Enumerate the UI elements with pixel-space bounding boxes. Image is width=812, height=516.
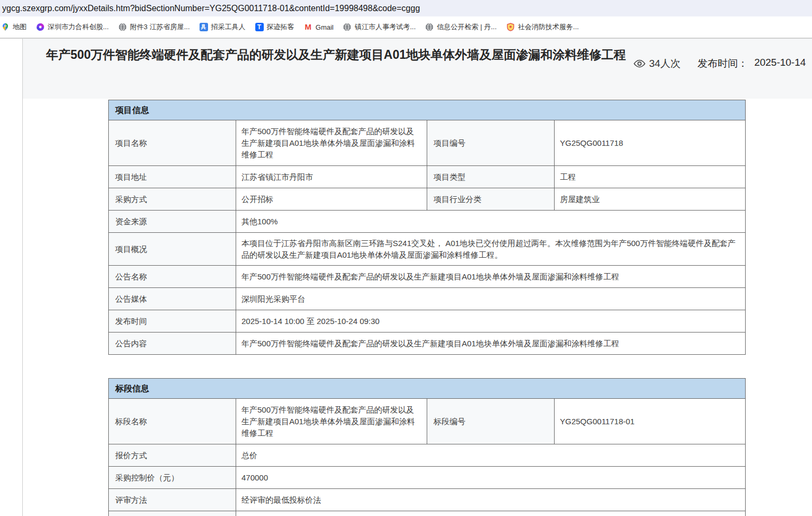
page-title: 年产500万件智能终端硬件及配套产品的研发以及生产新建项目A01地块单体外墙及屋… <box>23 44 633 65</box>
table-row: 采购方式 公开招标 项目行业分类 房屋建筑业 <box>109 188 746 211</box>
table-row: 采购控制价（元） 470000 <box>109 467 746 489</box>
field-value: 其他100% <box>236 211 746 233</box>
table-row: 公告名称 年产500万件智能终端硬件及配套产品的研发以及生产新建项目A01地块单… <box>109 266 746 288</box>
field-value: YG25QG0011718-01 <box>555 399 746 444</box>
field-label: 项目行业分类 <box>427 188 555 211</box>
field-value: 年产500万件智能终端硬件及配套产品的研发以及生产新建项目A01地块单体外墙及屋… <box>236 120 427 166</box>
bookmark-fire-service[interactable]: 社会消防技术服务... <box>506 22 579 32</box>
gmail-icon: M <box>304 23 313 31</box>
field-label: 报价方式 <box>109 444 236 467</box>
field-value: 2025-10-14 10:00 至 2025-10-24 09:30 <box>236 310 746 333</box>
circle-logo-icon <box>36 23 45 31</box>
bookmark-label: 附件3 江苏省房屋... <box>130 22 190 32</box>
section-title: 项目信息 <box>109 100 746 120</box>
eye-icon <box>633 59 646 68</box>
field-value: 房屋建筑业 <box>555 188 746 211</box>
field-label: 项目名称 <box>109 120 236 166</box>
shield-icon <box>506 23 515 31</box>
bookmark-label: 地图 <box>13 22 27 32</box>
field-value: 经评审的最低投标价法 <box>236 489 746 511</box>
field-label: 公告名称 <box>109 266 236 288</box>
field-label: 标段名称 <box>109 399 236 444</box>
bookmark-label: 信息公开检索 | 丹... <box>437 22 496 32</box>
page-content: 年产500万件智能终端硬件及配套产品的研发以及生产新建项目A01地块单体外墙及屋… <box>22 39 812 516</box>
title-band: 年产500万件智能终端硬件及配套产品的研发以及生产新建项目A01地块单体外墙及屋… <box>23 39 812 99</box>
bookmark-tanji[interactable]: T 探迹拓客 <box>255 22 295 32</box>
bookmark-lihe-keji[interactable]: 深圳市力合科创股... <box>36 22 109 32</box>
globe-icon <box>118 23 127 31</box>
field-label: 采购控制价（元） <box>109 467 236 489</box>
field-value: 江苏省镇江市丹阳市 <box>236 166 427 188</box>
field-label: 项目编号 <box>427 120 555 166</box>
project-info-header: 项目信息 <box>109 100 746 120</box>
bookmark-fujian3[interactable]: 附件3 江苏省房屋... <box>118 22 190 32</box>
table-row: 报价方式 总价 <box>109 444 746 467</box>
field-value: 年产500万件智能终端硬件及配套产品的研发以及生产新建项目A01地块单体外墙及屋… <box>236 399 427 444</box>
bookmark-label: Gmail <box>316 23 334 31</box>
table-row <box>109 511 746 516</box>
table-row: 项目名称 年产500万件智能终端硬件及配套产品的研发以及生产新建项目A01地块单… <box>109 120 746 166</box>
field-label: 项目概况 <box>109 233 236 266</box>
section-title: 标段信息 <box>109 379 746 399</box>
field-label: 评审方法 <box>109 489 236 511</box>
field-label: 公告媒体 <box>109 288 236 310</box>
bookmark-info-search[interactable]: 信息公开检索 | 丹... <box>425 22 496 32</box>
field-value: 总价 <box>236 444 746 467</box>
tables-area: 项目信息 项目名称 年产500万件智能终端硬件及配套产品的研发以及生产新建项目A… <box>108 99 745 516</box>
table-row: 项目概况 本项目位于江苏省丹阳市高新区南三环路与S241交叉处， A01地块已交… <box>109 233 746 266</box>
table-row: 公告媒体 深圳阳光采购平台 <box>109 288 746 310</box>
bookmark-label: 深圳市力合科创股... <box>48 22 109 32</box>
maps-icon <box>1 23 10 31</box>
bookmark-zhaocai-tool[interactable]: 具 招采工具人 <box>200 22 246 32</box>
field-value: 年产500万件智能终端硬件及配套产品的研发以及生产新建项目A01地块单体外墙及屋… <box>236 266 746 288</box>
field-value: 470000 <box>236 467 746 489</box>
bookmark-label: 社会消防技术服务... <box>518 22 579 32</box>
field-value <box>236 511 746 516</box>
globe-icon <box>343 23 351 31</box>
field-value: 年产500万件智能终端硬件及配套产品的研发以及生产新建项目A01地块单体外墙及屋… <box>236 333 746 355</box>
bid-section-header: 标段信息 <box>109 379 746 399</box>
field-value: 工程 <box>555 166 746 188</box>
tool-icon: 具 <box>200 23 208 31</box>
url-text[interactable]: ygcg.szexgrp.com/jyxxDetails.htm?bidSect… <box>2 4 420 13</box>
view-count: 34人次 <box>649 57 680 71</box>
field-label: 采购方式 <box>109 188 236 211</box>
bookmark-label: 招采工具人 <box>211 22 246 32</box>
url-bar[interactable]: ygcg.szexgrp.com/jyxxDetails.htm?bidSect… <box>0 0 812 16</box>
field-label: 发布时间 <box>109 310 236 333</box>
title-meta: 34人次 发布时间： 2025-10-14 <box>633 57 806 71</box>
project-info-table: 项目信息 项目名称 年产500万件智能终端硬件及配套产品的研发以及生产新建项目A… <box>108 100 746 355</box>
table-row: 发布时间 2025-10-14 10:00 至 2025-10-24 09:30 <box>109 310 746 333</box>
field-label: 标段编号 <box>427 399 555 444</box>
bookmark-label: 镇江市人事考试考... <box>355 22 416 32</box>
bookmarks-bar: 地图 深圳市力合科创股... 附件3 江苏省房屋... 具 招采工具人 T 探迹… <box>0 16 812 39</box>
publish-time: 发布时间： 2025-10-14 <box>697 57 806 71</box>
bookmark-label: 探迹拓客 <box>267 22 295 32</box>
table-row: 项目地址 江苏省镇江市丹阳市 项目类型 工程 <box>109 166 746 188</box>
table-row: 公告内容 年产500万件智能终端硬件及配套产品的研发以及生产新建项目A01地块单… <box>109 333 746 355</box>
field-label: 资金来源 <box>109 211 236 233</box>
table-row: 标段名称 年产500万件智能终端硬件及配套产品的研发以及生产新建项目A01地块单… <box>109 399 746 444</box>
bookmark-gmail[interactable]: M Gmail <box>304 23 334 31</box>
table-row: 资金来源 其他100% <box>109 211 746 233</box>
globe-icon <box>425 23 434 31</box>
field-label <box>109 511 236 516</box>
table-gap <box>108 355 745 378</box>
bookmark-map[interactable]: 地图 <box>1 22 27 32</box>
publish-time-date: 2025-10-14 <box>754 57 806 71</box>
table-row: 评审方法 经评审的最低投标价法 <box>109 489 746 511</box>
tanji-icon: T <box>255 23 264 31</box>
field-value: 深圳阳光采购平台 <box>236 288 746 310</box>
field-value: YG25QG0011718 <box>555 120 746 166</box>
publish-time-label: 发布时间： <box>697 57 748 71</box>
field-value: 公开招标 <box>236 188 427 211</box>
field-label: 公告内容 <box>109 333 236 355</box>
bookmark-zhenjiang-exam[interactable]: 镇江市人事考试考... <box>343 22 416 32</box>
field-value: 本项目位于江苏省丹阳市高新区南三环路与S241交叉处， A01地块已交付使用超过… <box>236 233 746 266</box>
field-label: 项目类型 <box>427 166 555 188</box>
field-label: 项目地址 <box>109 166 236 188</box>
bid-section-table: 标段信息 标段名称 年产500万件智能终端硬件及配套产品的研发以及生产新建项目A… <box>108 378 746 516</box>
